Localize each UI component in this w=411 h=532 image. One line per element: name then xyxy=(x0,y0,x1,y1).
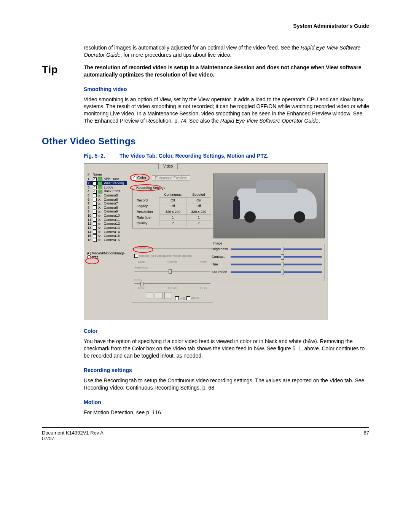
list-item[interactable]: 10Camera10 xyxy=(87,214,127,218)
image-adjust-group: Image Brightness Contrast Hue Saturation xyxy=(209,244,325,281)
callout-ring-motion xyxy=(133,246,153,253)
video-tab-screenshot: Video # Name 1Side Door2West Parking3Lob… xyxy=(84,163,328,320)
doc-header-title: System Administrator's Guide xyxy=(42,23,369,29)
table-row: LegacyOffOff xyxy=(135,203,211,209)
camera-enable-checkbox[interactable] xyxy=(93,210,97,214)
camera-col-name: Name xyxy=(92,172,127,177)
list-item[interactable]: 8Camera8 xyxy=(87,206,127,210)
recording-settings-group: Recording Settings Continuous Boosted Re… xyxy=(132,186,214,229)
motion-events2-label: Events xyxy=(168,286,177,290)
brightness-label: Brightness xyxy=(212,247,231,251)
callout-ring-color xyxy=(130,174,150,182)
motion-group: Motion Record (for subsequent motion sea… xyxy=(132,248,213,303)
camera-status-icon xyxy=(98,218,102,221)
car-icon xyxy=(237,189,317,219)
camera-status-icon xyxy=(98,210,102,213)
enhanced-preview-button[interactable]: Enhanced Preview xyxy=(152,175,190,181)
motion-btn-1[interactable] xyxy=(146,292,153,299)
table-row: Resolution320 x 240320 x 240 xyxy=(135,209,211,215)
list-item[interactable]: 9Camera9 xyxy=(87,209,127,214)
motion-less2-label: Less xyxy=(200,286,207,290)
list-item[interactable]: 7Camera7 xyxy=(87,201,127,206)
motion-more2-label: More xyxy=(138,286,145,290)
motion-record-label: Record (for subsequent motion search) xyxy=(139,254,192,257)
list-item[interactable]: 6Camera6 xyxy=(87,197,127,201)
motion-btn-3[interactable] xyxy=(164,292,172,299)
camera-enable-checkbox[interactable] xyxy=(93,193,97,197)
radio-record-motion-image[interactable]: Record/Motion/Image xyxy=(87,251,125,256)
contrast-slider[interactable] xyxy=(231,256,322,258)
tip-block: Tip The resolution of recorded video is … xyxy=(42,64,369,78)
camera-status-icon xyxy=(98,206,102,209)
callout-ring-recording xyxy=(130,184,162,191)
camera-status-icon xyxy=(98,198,102,201)
camera-status-icon xyxy=(98,230,102,233)
list-item[interactable]: 15Camera15 xyxy=(87,234,127,238)
saturation-slider[interactable] xyxy=(231,271,322,273)
camera-enable-checkbox[interactable] xyxy=(93,226,97,230)
rec-col-boosted: Boosted xyxy=(186,192,211,198)
camera-enable-checkbox[interactable] xyxy=(93,190,97,193)
footer-doc-id: Document K14392V1 Rev A xyxy=(42,430,104,436)
smoothing-text-b: Rapid Eye View Software Operator Guide xyxy=(220,118,319,124)
camera-status-icon xyxy=(98,177,102,181)
tip-text: The resolution of recorded video is setu… xyxy=(84,64,369,78)
motion-events-label: Events xyxy=(167,260,177,264)
recording-settings-table: Continuous Boosted RecordOffOn LegacyOff… xyxy=(135,192,211,226)
alarm-checkbox[interactable] xyxy=(186,296,190,300)
figure-caption-text: The Video Tab: Color, Recording Settings… xyxy=(119,153,269,159)
footer-date: 07/07 xyxy=(42,436,104,441)
delay-slider[interactable] xyxy=(134,283,210,284)
camera-enable-checkbox[interactable] xyxy=(93,238,97,242)
table-row: Quality77 xyxy=(135,220,211,226)
camera-enable-checkbox[interactable] xyxy=(93,206,97,209)
smoothing-text-c: . xyxy=(319,118,320,124)
camera-enable-checkbox[interactable] xyxy=(93,198,97,201)
intro-text-c: , for more procedures and tips about liv… xyxy=(121,52,232,58)
section-heading-other-video: Other Video Settings xyxy=(42,136,369,147)
camera-status-icon xyxy=(98,181,102,185)
camera-status-icon xyxy=(98,222,102,225)
table-row: Rate (ips)11 xyxy=(135,215,211,220)
table-row: RecordOffOn xyxy=(135,198,211,203)
page-number: 67 xyxy=(364,430,369,441)
camera-status-icon xyxy=(98,214,102,217)
list-item[interactable]: 13Camera13 xyxy=(87,226,127,230)
video-preview xyxy=(213,173,325,238)
brightness-slider[interactable] xyxy=(231,248,322,250)
motion-record-checkbox[interactable] xyxy=(134,254,138,258)
list-item[interactable]: 14Camera14 xyxy=(87,230,127,234)
camera-status-icon xyxy=(98,190,102,193)
callout-ring-ptz xyxy=(85,257,99,264)
list-item[interactable]: 5Camera5 xyxy=(87,193,127,198)
image-legend: Image xyxy=(212,241,223,245)
camera-list[interactable]: # Name 1Side Door2West Parking3Lobby4Bac… xyxy=(87,172,127,242)
list-item[interactable]: 16Camera16 xyxy=(87,238,127,242)
hue-label: Hue xyxy=(212,262,231,266)
camera-enable-checkbox[interactable] xyxy=(93,218,97,222)
camera-enable-checkbox[interactable] xyxy=(93,222,97,226)
camera-enable-checkbox[interactable] xyxy=(93,202,97,206)
recording-paragraph: Use the Recording tab to setup the Conti… xyxy=(84,377,369,391)
list-item[interactable]: 11Camera11 xyxy=(87,217,127,222)
color-paragraph: You have the option of specifying if a c… xyxy=(84,338,369,359)
smoothing-paragraph: Video smoothing is an option of View, se… xyxy=(84,96,369,125)
rec-col-continuous: Continuous xyxy=(159,192,186,198)
log-checkbox[interactable] xyxy=(175,296,179,300)
intro-text-a: resolution of images is automatically ad… xyxy=(84,45,301,51)
camera-status-icon xyxy=(98,238,102,241)
camera-enable-checkbox[interactable] xyxy=(93,234,97,238)
sensitivity-slider[interactable] xyxy=(134,271,210,272)
tip-label: Tip xyxy=(42,64,84,78)
motion-paragraph: For Motion Detection, see p. 116. xyxy=(84,409,369,416)
motion-btn-2[interactable] xyxy=(155,292,162,299)
camera-status-icon xyxy=(98,194,102,197)
camera-enable-checkbox[interactable] xyxy=(93,214,97,217)
log-label: Log xyxy=(180,296,185,300)
list-item[interactable]: 12Camera12 xyxy=(87,222,127,226)
tab-video[interactable]: Video xyxy=(158,163,178,169)
camera-enable-checkbox[interactable] xyxy=(93,230,97,234)
list-item[interactable]: 4Back Entra... xyxy=(87,189,127,193)
contrast-label: Contrast xyxy=(212,255,231,259)
hue-slider[interactable] xyxy=(231,264,322,265)
